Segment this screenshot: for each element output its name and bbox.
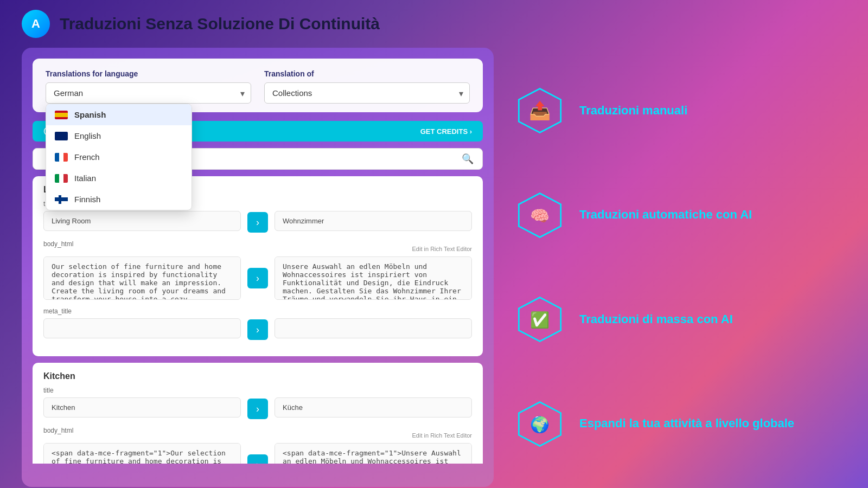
collection-label: Translation of (264, 69, 470, 78)
app-panel: Translations for language German Spanish… (22, 48, 494, 487)
hex-icon-ai-auto: 🧠 (515, 191, 564, 240)
translate-body-btn-2[interactable]: › (247, 454, 268, 464)
source-body-kitchen[interactable]: <span data-mce-fragment="1">Our selectio… (43, 443, 241, 464)
collection-col: Translation of Collections Products Page… (264, 69, 470, 104)
feature-text-global: Espandi la tua attività a livello global… (579, 416, 794, 432)
target-title-living-room[interactable] (275, 211, 472, 231)
feature-text-manual: Traduzioni manuali (579, 103, 687, 119)
translate-meta-btn-1[interactable]: › (247, 319, 268, 340)
features-panel: 📤 Traduzioni manuali 🧠 Traduzioni automa… (515, 48, 846, 487)
header: A Traduzioni Senza Soluzione Di Continui… (0, 0, 868, 48)
translate-title-btn-1[interactable]: › (247, 212, 268, 233)
field-row-body-2: <span data-mce-fragment="1">Our selectio… (43, 443, 472, 464)
translation-form: Translations for language German Spanish… (33, 59, 483, 112)
hex-icon-mass-ai: ✅ (515, 295, 564, 344)
language-select[interactable]: German Spanish English French Italian Fi… (46, 82, 251, 104)
lang-name-spanish: Spanish (74, 110, 106, 119)
target-meta-living-room[interactable] (275, 318, 472, 338)
field-row-title-2: › (43, 397, 472, 419)
feature-text-ai-auto: Traduzioni automatiche con AI (579, 207, 752, 223)
field-row-meta-1: › (43, 318, 472, 340)
lang-name-english: English (74, 131, 101, 140)
card-kitchen: Kitchen title › body_html Edit in Rich T… (33, 363, 483, 464)
svg-text:🌍: 🌍 (530, 415, 550, 434)
dropdown-item-finnish[interactable]: Finnish (46, 189, 192, 210)
target-title-kitchen[interactable] (275, 397, 472, 418)
source-title-kitchen[interactable] (43, 397, 241, 418)
flag-england-icon (55, 132, 68, 140)
target-body-kitchen[interactable]: <span data-mce-fragment="1">Unsere Auswa… (275, 443, 472, 464)
translate-body-btn-1[interactable]: › (247, 268, 268, 288)
get-credits-button[interactable]: GET CREDITS › (420, 127, 472, 136)
field-row-body-1: Our selection of fine furniture and home… (43, 256, 472, 300)
feature-text-mass-ai: Traduzioni di massa con AI (579, 312, 733, 328)
hex-icon-global: 🌍 (515, 400, 564, 448)
lang-name-italian: Italian (74, 174, 96, 183)
flag-france-icon (55, 153, 68, 162)
collection-select-wrapper: Collections Products Pages ▾ (264, 82, 470, 104)
lang-select-wrapper: German Spanish English French Italian Fi… (46, 82, 251, 104)
dropdown-item-english[interactable]: English (46, 125, 192, 146)
language-col: Translations for language German Spanish… (46, 69, 251, 104)
svg-text:✅: ✅ (530, 311, 550, 330)
header-title: Traduzioni Senza Soluzione Di Continuità (60, 15, 380, 33)
flag-finland-icon (55, 195, 68, 204)
rich-text-link-2[interactable]: Edit in Rich Text Editor (43, 432, 472, 439)
dropdown-item-french[interactable]: French (46, 146, 192, 168)
main-layout: Translations for language German Spanish… (0, 48, 868, 487)
field-row-title-1: › (43, 211, 472, 233)
flag-italy-icon (55, 174, 68, 183)
get-credits-label: GET CREDITS › (420, 127, 472, 136)
field-label-title-2: title (43, 387, 472, 394)
feature-row-ai-auto: 🧠 Traduzioni automatiche con AI (515, 191, 846, 240)
feature-row-global: 🌍 Espandi la tua attività a livello glob… (515, 400, 846, 448)
flag-spain-icon (55, 111, 68, 119)
logo-letter: A (31, 17, 40, 31)
translation-items: Living Room title › body_html Edit in Ri… (33, 176, 483, 464)
source-body-living-room[interactable]: Our selection of fine furniture and home… (43, 256, 241, 300)
language-dropdown: Spanish English French (46, 104, 192, 210)
rich-text-link-1[interactable]: Edit in Rich Text Editor (43, 246, 472, 252)
form-row: Translations for language German Spanish… (46, 69, 470, 104)
source-title-living-room[interactable] (43, 211, 241, 231)
search-icon: 🔍 (462, 153, 474, 165)
lang-label: Translations for language (46, 69, 251, 78)
lang-name-finnish: Finnish (74, 195, 100, 204)
lang-name-french: French (74, 152, 100, 162)
source-meta-living-room[interactable] (43, 318, 241, 338)
svg-text:🧠: 🧠 (530, 207, 550, 226)
target-body-living-room[interactable]: Unsere Auswahl an edlen Möbeln und Wohna… (275, 256, 472, 300)
svg-text:📤: 📤 (529, 100, 551, 121)
logo: A (22, 10, 50, 38)
dropdown-item-italian[interactable]: Italian (46, 168, 192, 189)
hex-icon-manual: 📤 (515, 86, 564, 135)
dropdown-item-spanish[interactable]: Spanish (46, 104, 192, 125)
translate-title-btn-2[interactable]: › (247, 399, 268, 419)
collection-select[interactable]: Collections Products Pages (264, 82, 470, 104)
feature-row-mass-ai: ✅ Traduzioni di massa con AI (515, 295, 846, 344)
field-label-meta-1: meta_title (43, 307, 472, 315)
card-title-kitchen: Kitchen (43, 371, 472, 381)
feature-row-manual: 📤 Traduzioni manuali (515, 86, 846, 135)
